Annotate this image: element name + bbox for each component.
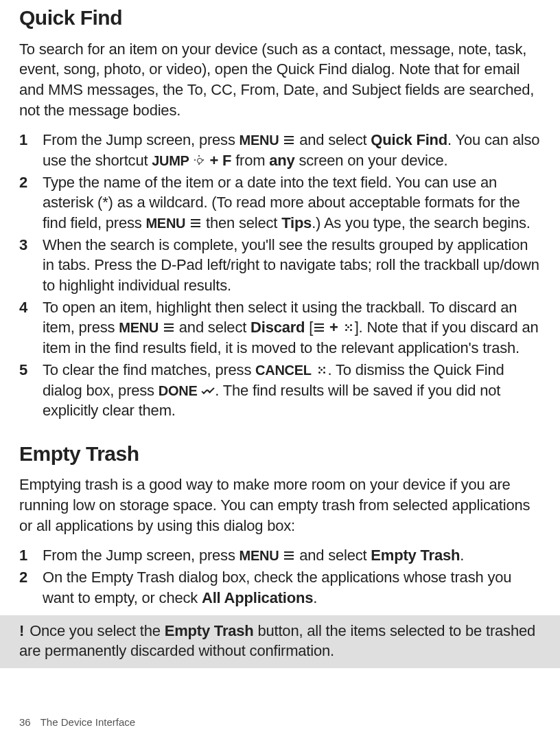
section-heading-empty-trash: Empty Trash [19, 440, 541, 468]
text: To clear the find matches, press [43, 361, 255, 378]
list-item: 1 From the Jump screen, press MENU and s… [19, 545, 541, 566]
quick-find-label: Quick Find [371, 131, 447, 148]
list-item: 2 Type the name of the item or a date in… [19, 172, 541, 233]
menu-icon [283, 549, 295, 562]
menu-icon [163, 321, 175, 334]
text: Once you select the [30, 622, 165, 639]
step-number: 1 [19, 545, 43, 566]
text: .) As you type, the search begins. [312, 214, 530, 231]
quick-find-steps: 1 From the Jump screen, press MENU and s… [19, 130, 541, 421]
empty-trash-steps: 1 From the Jump screen, press MENU and s… [19, 545, 541, 608]
done-icon [201, 385, 215, 397]
step-number: 4 [19, 297, 43, 358]
menu-label: MENU [240, 548, 279, 563]
list-item: 4 To open an item, highlight then select… [19, 297, 541, 358]
list-item: 3 When the search is complete, you'll se… [19, 235, 541, 296]
empty-trash-label: Empty Trash [371, 547, 460, 564]
step-number: 2 [19, 567, 43, 608]
menu-icon [313, 321, 325, 334]
step-number: 2 [19, 172, 43, 233]
menu-icon [283, 134, 295, 146]
menu-label: MENU [240, 133, 279, 148]
cancel-icon [342, 321, 355, 334]
step-body: To open an item, highlight then select i… [43, 297, 541, 358]
done-label: DONE [159, 383, 198, 398]
text: . [460, 547, 464, 564]
any-label: any [269, 152, 294, 169]
step-body: From the Jump screen, press MENU and sel… [43, 545, 541, 566]
list-item: 1 From the Jump screen, press MENU and s… [19, 130, 541, 170]
empty-trash-intro: Emptying trash is a good way to make mor… [19, 475, 541, 536]
plus-f: + F [206, 152, 232, 169]
step-number: 3 [19, 235, 43, 296]
step-body: From the Jump screen, press MENU and sel… [43, 130, 541, 170]
step-body: Type the name of the item or a date into… [43, 172, 541, 233]
text: and select [295, 131, 371, 148]
text: From the Jump screen, press [43, 547, 240, 564]
text: . [313, 589, 317, 606]
text: From the Jump screen, press [43, 131, 240, 148]
text: screen on your device. [295, 152, 448, 169]
text: then select [202, 214, 281, 231]
quick-find-intro: To search for an item on your device (su… [19, 39, 541, 121]
text: and select [175, 319, 250, 336]
empty-trash-label: Empty Trash [165, 622, 254, 639]
text: from [231, 152, 269, 169]
text: and select [295, 547, 371, 564]
all-applications-label: All Applications [202, 589, 313, 606]
discard-label: Discard [250, 319, 305, 336]
step-body: To clear the find matches, press CANCEL … [43, 360, 541, 421]
step-number: 1 [19, 130, 43, 170]
jump-icon [194, 155, 206, 167]
page-number: 36 [19, 716, 31, 728]
step-body: On the Empty Trash dialog box, check the… [43, 567, 541, 608]
section-heading-quick-find: Quick Find [19, 4, 541, 32]
warning-bang: ! [19, 622, 24, 639]
step-body: When the search is complete, you'll see … [43, 235, 541, 296]
text: [ [305, 319, 313, 336]
cancel-icon [316, 364, 328, 376]
cancel-label: CANCEL [255, 363, 312, 378]
page-footer: 36The Device Interface [19, 716, 135, 729]
menu-label: MENU [145, 216, 185, 231]
step-number: 5 [19, 360, 43, 421]
list-item: 2 On the Empty Trash dialog box, check t… [19, 567, 541, 608]
plus: + [325, 319, 342, 336]
menu-icon [189, 217, 202, 229]
menu-label: MENU [119, 320, 159, 335]
list-item: 5 To clear the find matches, press CANCE… [19, 360, 541, 421]
footer-title: The Device Interface [40, 716, 135, 728]
jump-label: JUMP [152, 153, 189, 168]
tips-label: Tips [281, 214, 312, 231]
warning-box: !Once you select the Empty Trash button,… [0, 615, 560, 668]
